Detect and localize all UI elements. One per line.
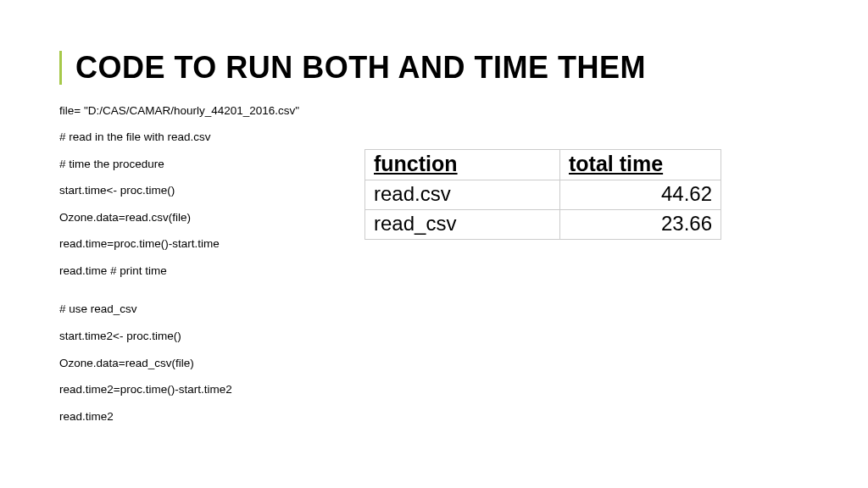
header-function: function — [365, 149, 560, 180]
code-line: read.time2 — [59, 409, 331, 424]
title-accent: CODE TO RUN BOTH AND TIME THEM — [59, 51, 809, 85]
slide-body: file= "D:/CAS/CAMAR/hourly_44201_2016.cs… — [59, 103, 809, 436]
code-line: read.time=proc.time()-start.time — [59, 236, 331, 252]
table-header-row: function total time — [365, 149, 721, 180]
header-total-time: total time — [560, 149, 721, 180]
slide: CODE TO RUN BOTH AND TIME THEM file= "D:… — [0, 0, 868, 488]
slide-title: CODE TO RUN BOTH AND TIME THEM — [75, 51, 809, 85]
timing-table-wrap: function total time read.csv 44.62 read_… — [364, 149, 721, 240]
timing-table: function total time read.csv 44.62 read_… — [364, 149, 721, 240]
cell-time: 23.66 — [560, 209, 721, 239]
code-line: # read in the file with read.csv — [59, 130, 331, 145]
blank-line — [59, 290, 331, 302]
cell-time: 44.62 — [560, 180, 721, 209]
code-line: start.time2<- proc.time() — [59, 329, 331, 344]
code-line: Ozone.data=read.csv(file) — [59, 210, 331, 225]
cell-function: read.csv — [365, 180, 560, 209]
table-row: read.csv 44.62 — [365, 180, 721, 209]
code-line: Ozone.data=read_csv(file) — [59, 356, 331, 371]
table-row: read_csv 23.66 — [365, 209, 721, 239]
cell-function: read_csv — [365, 209, 560, 239]
code-line: start.time<- proc.time() — [59, 183, 331, 198]
code-line: file= "D:/CAS/CAMAR/hourly_44201_2016.cs… — [59, 103, 331, 119]
code-listing: file= "D:/CAS/CAMAR/hourly_44201_2016.cs… — [59, 103, 331, 436]
code-line: read.time2=proc.time()-start.time2 — [59, 382, 331, 397]
code-line: # time the procedure — [59, 157, 331, 172]
code-line: read.time # print time — [59, 263, 331, 279]
code-line: # use read_csv — [59, 302, 331, 317]
